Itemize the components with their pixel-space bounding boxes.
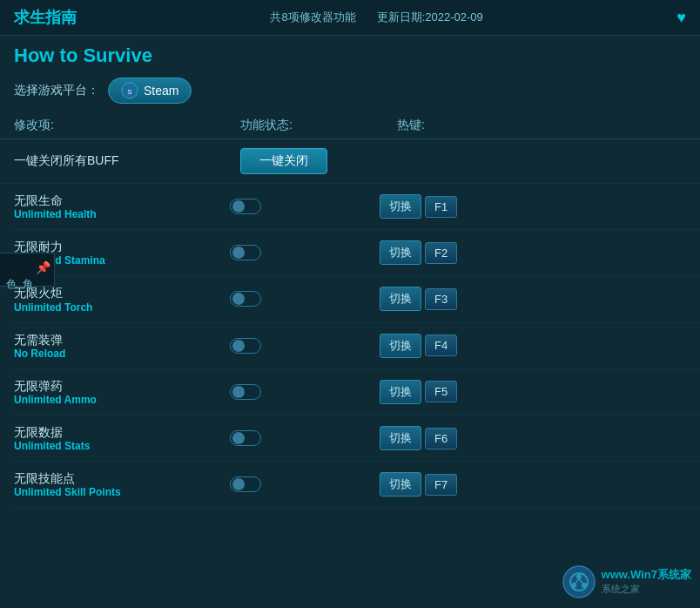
sidebar-category: 📌 角 色 — [0, 253, 55, 287]
mod-list: 无限生命 Unlimited Health 切换 F1 无限耐力 Unlimit… — [14, 184, 700, 508]
mod-toggle-cell — [223, 430, 380, 446]
mod-toggle-1[interactable] — [230, 199, 261, 214]
mod-name-en: Unlimited Stats — [14, 440, 223, 452]
hotkey-group: 切换 F2 — [380, 240, 700, 265]
pin-icon: 📌 — [37, 260, 50, 275]
hotkey-key-4[interactable]: F4 — [425, 334, 457, 356]
mod-toggle-cell — [223, 245, 380, 260]
mod-name-en: Unlimited Health — [14, 208, 223, 220]
mod-name-en: Unlimited Ammo — [14, 394, 223, 406]
platform-btn-label: Steam — [144, 84, 178, 98]
hotkey-group: 切换 F1 — [380, 194, 700, 219]
hotkey-group: 切换 F3 — [380, 287, 700, 311]
col-status: 功能状态: — [240, 118, 397, 133]
hotkey-switch-btn-6[interactable]: 切换 — [380, 426, 421, 450]
first-mod-name: 一键关闭所有BUFF — [14, 153, 240, 169]
mod-row: 无限弹药 Unlimited Ammo 切换 F5 — [14, 369, 700, 415]
hotkey-key-5[interactable]: F5 — [425, 381, 457, 402]
hotkey-switch-btn-3[interactable]: 切换 — [380, 287, 421, 311]
mod-row: 无限火炬 Unlimited Torch 切换 F3 — [14, 276, 700, 322]
header-meta: 共8项修改器功能 更新日期:2022-02-09 — [270, 10, 482, 25]
mod-name-cn: 无限火炬 — [14, 285, 223, 301]
mod-name-cell: 无限弹药 Unlimited Ammo — [14, 378, 223, 406]
watermark-domain: www.Win7系统家 — [602, 567, 691, 583]
mod-toggle-cell — [223, 199, 380, 214]
hotkey-switch-btn-5[interactable]: 切换 — [380, 380, 421, 404]
mod-name-cell: 无限火炬 Unlimited Torch — [14, 285, 223, 313]
mod-name-cell: 无限技能点 Unlimited Skill Points — [14, 470, 223, 498]
hotkey-key-1[interactable]: F1 — [425, 196, 457, 218]
mod-name-en: Unlimited Torch — [14, 301, 223, 314]
steam-icon: S — [121, 82, 138, 99]
mod-name-cell: 无限生命 Unlimited Health — [14, 193, 223, 220]
mod-count: 共8项修改器功能 — [270, 10, 355, 25]
mod-toggle-5[interactable] — [230, 384, 261, 400]
one-click-button[interactable]: 一键关闭 — [240, 148, 327, 174]
watermark-text: www.Win7系统家 系统之家 — [602, 567, 691, 597]
platform-steam-button[interactable]: S Steam — [108, 78, 192, 104]
hotkey-key-6[interactable]: F6 — [425, 428, 457, 449]
mod-toggle-6[interactable] — [230, 430, 261, 446]
update-date: 更新日期:2022-02-09 — [377, 10, 483, 25]
mod-name-en: No Reload — [14, 348, 223, 360]
hotkey-key-2[interactable]: F2 — [425, 242, 457, 264]
mod-name-cn: 无限数据 — [14, 424, 223, 440]
mod-row: 无限数据 Unlimited Stats 切换 F6 — [14, 415, 700, 462]
mod-name-en: Unlimited Skill Points — [14, 486, 223, 498]
hotkey-switch-btn-7[interactable]: 切换 — [380, 472, 421, 497]
mod-toggle-cell — [223, 291, 380, 307]
svg-point-4 — [576, 574, 582, 579]
platform-row: 选择游戏平台： S Steam — [0, 72, 700, 112]
table-header: 修改项: 功能状态: 热键: — [0, 112, 700, 139]
mod-toggle-3[interactable] — [230, 291, 261, 307]
mod-name-cn: 无需装弹 — [14, 332, 223, 348]
watermark-logo — [562, 564, 596, 599]
mod-toggle-4[interactable] — [230, 338, 261, 354]
mod-toggle-2[interactable] — [230, 245, 261, 260]
hotkey-switch-btn-4[interactable]: 切换 — [380, 334, 421, 358]
mod-name-cn: 无限技能点 — [14, 470, 223, 486]
mod-toggle-7[interactable] — [230, 476, 261, 492]
header: 求生指南 共8项修改器功能 更新日期:2022-02-09 ♥ — [0, 0, 700, 36]
svg-point-2 — [563, 566, 595, 598]
hotkey-key-7[interactable]: F7 — [425, 474, 457, 496]
app-title: 求生指南 — [14, 7, 77, 28]
svg-text:S: S — [127, 88, 131, 96]
hotkey-switch-btn-1[interactable]: 切换 — [380, 194, 421, 219]
hotkey-group: 切换 F6 — [380, 426, 700, 450]
hotkey-switch-btn-2[interactable]: 切换 — [380, 240, 421, 265]
col-mod: 修改项: — [14, 118, 240, 133]
hotkey-group: 切换 F7 — [380, 472, 700, 497]
mod-row: 无限耐力 Unlimited Stamina 切换 F2 — [14, 230, 700, 276]
mod-name-cn: 无限生命 — [14, 193, 223, 208]
hotkey-group: 切换 F5 — [380, 380, 700, 404]
hotkey-key-3[interactable]: F3 — [425, 288, 457, 310]
mod-name-cell: 无限数据 Unlimited Stats — [14, 424, 223, 452]
col-hotkey: 热键: — [397, 118, 686, 133]
mod-name-cell: 无需装弹 No Reload — [14, 332, 223, 360]
mod-name-cn: 无限弹药 — [14, 378, 223, 394]
mod-row: 无需装弹 No Reload 切换 F4 — [14, 323, 700, 369]
watermark-sub: 系统之家 — [602, 583, 691, 596]
mod-toggle-cell — [223, 384, 380, 400]
platform-label: 选择游戏平台： — [14, 83, 99, 98]
first-mod-row: 一键关闭所有BUFF 一键关闭 — [0, 139, 700, 184]
favorite-icon[interactable]: ♥ — [676, 9, 686, 27]
mod-toggle-cell — [223, 338, 380, 354]
game-title: How to Survive — [0, 36, 700, 72]
mod-toggle-cell — [223, 476, 380, 492]
mod-row: 无限技能点 Unlimited Skill Points 切换 F7 — [14, 462, 700, 508]
watermark: www.Win7系统家 系统之家 — [562, 564, 691, 599]
hotkey-group: 切换 F4 — [380, 334, 700, 358]
mod-row: 无限生命 Unlimited Health 切换 F1 — [14, 184, 700, 230]
